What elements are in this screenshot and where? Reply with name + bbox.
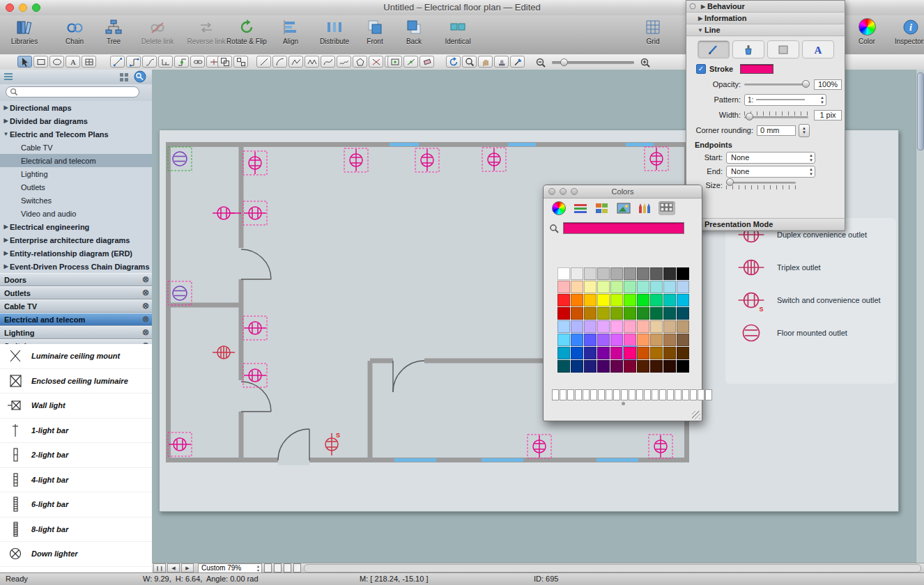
resize-grip-icon[interactable] [692,411,700,419]
text-tool[interactable]: A [66,56,80,68]
color-swatch[interactable] [584,281,596,293]
color-swatch[interactable] [610,334,623,346]
crayons-icon[interactable] [637,201,654,215]
toolbar-libraries-button[interactable]: Libraries [4,17,45,45]
symbol-item-4-light-bar[interactable]: 4-light bar [0,468,152,493]
color-swatch[interactable] [650,360,663,373]
opacity-slider-thumb[interactable] [802,80,810,88]
color-swatch[interactable] [597,281,610,293]
color-swatch[interactable] [557,281,570,293]
saved-color-slot[interactable] [629,389,636,400]
spline-tool[interactable] [321,56,335,68]
saved-color-slot[interactable] [598,389,605,400]
image-palette-icon[interactable] [615,201,632,215]
color-swatch[interactable] [677,281,689,293]
saved-color-slot[interactable] [590,389,597,400]
pan-tool[interactable] [478,56,493,68]
symbol-item-down-lighter[interactable]: Down lighter [0,542,152,567]
saved-color-slot[interactable] [659,389,666,400]
width-value-field[interactable]: 1 pix [814,110,842,120]
inspector-section-line[interactable]: ▼ Line [686,24,845,36]
table-tool[interactable] [82,56,96,68]
saved-color-slot[interactable] [705,389,712,400]
color-swatch[interactable] [624,294,636,306]
color-swatch[interactable] [624,334,636,346]
color-swatch[interactable] [637,360,649,373]
color-swatch[interactable] [677,294,689,306]
stamp-tool[interactable] [494,56,509,68]
color-swatch[interactable] [663,320,676,333]
tree-item-divided-bar-diagrams[interactable]: ▶Divided bar diagrams [0,114,152,127]
close-section-icon[interactable]: ⊗ [142,327,149,337]
tree-item-directional-maps[interactable]: ▶Directional maps [0,101,152,114]
disclosure-triangle-icon[interactable]: ▶ [2,104,10,111]
saved-color-slot[interactable] [675,389,682,400]
color-swatch[interactable] [637,347,649,359]
symbol-item-2-light-bar[interactable]: 2-light bar [0,443,152,468]
color-swatch[interactable] [624,267,636,280]
color-swatch[interactable] [597,347,610,359]
saved-color-slot[interactable] [552,389,559,400]
close-section-icon[interactable]: ⊗ [142,301,149,311]
ink-bottle-icon[interactable] [732,40,764,58]
saved-color-slot[interactable] [667,389,674,400]
chain-link-tool[interactable] [190,56,205,68]
page-thumbnail-icon[interactable] [274,563,282,572]
color-swatch[interactable] [637,320,649,333]
symbol-item-enclosed-ceiling-luminaire[interactable]: Enclosed ceiling luminaire [0,369,152,394]
library-section-lighting[interactable]: Lighting⊗ [0,326,152,339]
endpoint-size-slider[interactable] [726,182,796,189]
color-swatch[interactable] [663,281,676,293]
color-swatch[interactable] [571,267,583,280]
color-sliders-icon[interactable] [572,201,589,215]
text-format-icon[interactable]: A [802,40,834,58]
zigzag-tool[interactable] [305,56,319,68]
color-swatch[interactable] [597,307,610,320]
color-swatch[interactable] [650,307,663,320]
zoom-tool[interactable] [462,56,477,68]
close-section-icon[interactable]: ⊗ [142,288,149,297]
vertical-scrollbar[interactable] [916,70,924,563]
color-swatch[interactable] [650,334,663,346]
symbol-item-wall-light[interactable]: Wall light [0,393,152,419]
tree-child-outlets[interactable]: Outlets [0,180,152,194]
color-swatch[interactable] [571,334,583,346]
close-section-icon[interactable]: ⊗ [142,314,149,324]
color-swatch[interactable] [571,347,583,359]
select-tool[interactable] [17,56,32,68]
toolbar-rotate-flip-button[interactable]: Rotate & Flip [226,17,267,45]
inspector-section-behaviour[interactable]: ▶ Behaviour [686,1,845,13]
tree-child-electrical-and-telecom[interactable]: Electrical and telecom [0,154,152,167]
toolbar-align-button[interactable]: Align [275,17,306,45]
tree-item-event-driven-process-chain-diagrams[interactable]: ▶Event-Driven Process Chain Diagrams [0,260,152,273]
disclosure-triangle-icon[interactable]: ▶ [696,15,704,22]
disclosure-triangle-icon[interactable]: ▼ [696,27,704,33]
color-swatch[interactable] [624,347,636,359]
next-page-button[interactable]: ▶ [181,563,194,572]
symbol-item-1-light-bar[interactable]: 1-light bar [0,419,152,444]
disclosure-triangle-icon[interactable]: ▶ [2,250,10,256]
color-swatch[interactable] [557,347,570,359]
curve-connector-tool[interactable] [142,56,157,68]
tree-child-cable-tv[interactable]: Cable TV [0,141,152,154]
saved-color-slot[interactable] [698,389,704,400]
ellipse-tool[interactable] [49,56,64,68]
tree-item-electrical-engineering[interactable]: ▶Electrical engineering [0,220,152,233]
color-swatch[interactable] [637,307,649,320]
color-swatch[interactable] [610,307,623,320]
color-swatch[interactable] [557,360,570,373]
library-section-cable-tv[interactable]: Cable TV⊗ [0,299,152,313]
color-swatch[interactable] [677,267,689,280]
smart-connector-tool[interactable] [174,56,189,68]
ungroup-tool[interactable] [233,56,248,68]
toolbar-tree-button[interactable]: Tree [98,17,129,45]
color-swatch[interactable] [677,360,689,373]
line-tool[interactable] [256,56,271,68]
color-swatch[interactable] [610,360,623,373]
color-swatch[interactable] [650,347,663,359]
opacity-slider[interactable] [744,84,808,86]
toolbar-color-button[interactable]: Color [852,17,882,45]
page-thumbnail-icon[interactable] [293,563,301,572]
tree-item-electric-and-telecom-plans[interactable]: ▼Electric and Telecom Plans [0,127,152,141]
color-swatch[interactable] [584,334,596,346]
